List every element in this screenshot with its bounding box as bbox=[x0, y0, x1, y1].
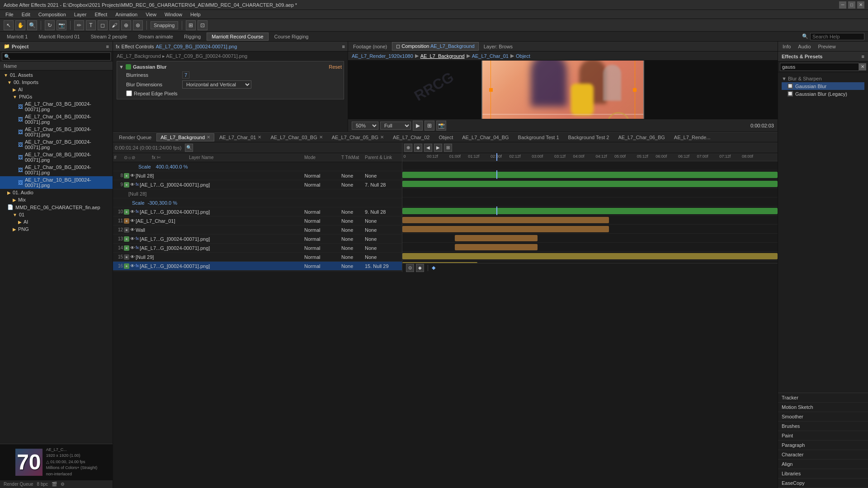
layer-9-eye-icon[interactable]: 👁 bbox=[130, 182, 135, 188]
effects-search-clear[interactable]: ✕ bbox=[859, 63, 866, 70]
zoom-select[interactable]: 50% 100% 25% bbox=[352, 122, 378, 130]
tl-tab-char04bg[interactable]: AE_L7_Char_04_BG bbox=[458, 133, 513, 141]
tree-item-imports[interactable]: ▼ 00. Imports bbox=[0, 79, 113, 86]
layer-12-eye-icon[interactable]: 👁 bbox=[130, 227, 135, 233]
tl-tab-char03bg[interactable]: AE_L7_Char_03_BG ✕ bbox=[266, 133, 326, 141]
quality-select[interactable]: Full Half Quarter bbox=[380, 122, 411, 130]
right-tab-preview[interactable]: Preview bbox=[816, 43, 839, 50]
tab-marriott-record01[interactable]: Marriott Record 01 bbox=[33, 33, 85, 41]
panel-item-tracker[interactable]: Tracker bbox=[778, 393, 868, 403]
tree-item-ai[interactable]: ▶ AI bbox=[0, 86, 113, 93]
preview-playback-btn[interactable]: ▶ bbox=[413, 121, 423, 131]
layer-row-15[interactable]: 15 ● 👁 [Null 29] Normal None None bbox=[113, 253, 402, 262]
tree-item-assets[interactable]: ▼ 01. Assets bbox=[0, 71, 113, 79]
tl-tab-char05bg-close[interactable]: ✕ bbox=[380, 135, 384, 140]
tl-tab-char06bg[interactable]: AE_L7_Char_06_BG bbox=[614, 133, 669, 141]
blur-dimensions-select[interactable]: Horizontal and Vertical Horizontal Verti… bbox=[182, 80, 251, 89]
effects-item-gaussian-blur[interactable]: 🔲 Gaussian Blur bbox=[782, 82, 864, 90]
handle-right[interactable] bbox=[633, 88, 637, 92]
tl-tab-bg-test1[interactable]: Background Test 1 bbox=[514, 133, 563, 141]
footage-tab[interactable]: Footage (none) bbox=[349, 42, 391, 51]
tl-bottom-btn1[interactable]: ⊙ bbox=[406, 264, 414, 272]
effects-search-input[interactable] bbox=[780, 63, 859, 71]
tree-item-ai2[interactable]: ▶ AI bbox=[0, 218, 113, 225]
blurriness-value[interactable]: 7 bbox=[182, 71, 189, 79]
tl-tab-render-queue[interactable]: Render Queue bbox=[115, 133, 156, 141]
effects-item-gaussian-blur-legacy[interactable]: 🔲 Gaussian Blur (Legacy) bbox=[782, 90, 864, 98]
panel-item-character[interactable]: Character bbox=[778, 450, 868, 460]
layer-16-eye-icon[interactable]: 👁 bbox=[130, 263, 135, 269]
toolbar-btn-extra1[interactable]: ⊞ bbox=[186, 20, 196, 30]
layer-row-17[interactable]: 17 ● 👁 [Null 29] Normal None None bbox=[113, 271, 402, 272]
tl-prev-keyframe[interactable]: ◀ bbox=[424, 144, 432, 152]
tree-item-01[interactable]: ▼ 01 bbox=[0, 211, 113, 218]
hand-tool[interactable]: ✋ bbox=[15, 20, 25, 30]
panel-item-libraries[interactable]: Libraries bbox=[778, 469, 868, 479]
breadcrumb-char01[interactable]: AE_L7_Char_01 bbox=[472, 53, 509, 59]
layer-11-eye-icon[interactable]: 👁 bbox=[130, 218, 135, 224]
panel-item-align[interactable]: Align bbox=[778, 460, 868, 469]
tab-stream-animate[interactable]: Stream animate bbox=[133, 33, 178, 41]
puppet-tool[interactable]: ⊛ bbox=[133, 20, 143, 30]
tree-item-png2[interactable]: ▶ PNG bbox=[0, 225, 113, 233]
tl-tab-bg-close[interactable]: ✕ bbox=[207, 135, 210, 140]
tl-tab-char01-close[interactable]: ✕ bbox=[258, 135, 261, 140]
effect-reset-button[interactable]: Reset bbox=[329, 64, 342, 70]
tl-tab-char01[interactable]: AE_L7_Char_01 ✕ bbox=[215, 133, 265, 141]
tl-toggle-btn[interactable]: ⊕ bbox=[404, 144, 412, 152]
tl-keyframe-btn[interactable]: ◆ bbox=[414, 144, 422, 152]
panel-item-motion-sketch[interactable]: Motion Sketch bbox=[778, 403, 868, 412]
repeat-edge-checkbox[interactable] bbox=[126, 90, 132, 96]
layer-13-eye-icon[interactable]: 👁 bbox=[130, 236, 135, 242]
close-button[interactable]: ✕ bbox=[857, 1, 864, 9]
tl-tab-bg-test2[interactable]: Background Test 2 bbox=[564, 133, 613, 141]
panel-item-paint[interactable]: Paint bbox=[778, 431, 868, 441]
project-search-input[interactable] bbox=[2, 52, 111, 61]
layer-row-10[interactable]: 10 ● 👁 fx [AE_L7...G_[00024-00071].png] … bbox=[113, 207, 402, 216]
preview-snapshot-btn[interactable]: 📸 bbox=[436, 121, 446, 131]
tl-tab-object[interactable]: Object bbox=[434, 133, 457, 141]
minimize-button[interactable]: ─ bbox=[839, 1, 846, 9]
menu-effect[interactable]: Effect bbox=[91, 11, 111, 18]
breadcrumb-object[interactable]: Object bbox=[516, 53, 530, 59]
tree-item-char08[interactable]: 🖼 AE_L7_Char_08_BG_[00024-00071].png bbox=[0, 151, 113, 164]
preview-frame-btn[interactable]: ⊞ bbox=[425, 121, 434, 131]
tree-item-pngs[interactable]: ▼ PNGs bbox=[0, 93, 113, 100]
layer-tab[interactable]: Layer: Brows bbox=[480, 42, 517, 51]
tree-item-char05[interactable]: 🖼 AE_L7_Char_05_BG_[00024-00071].png bbox=[0, 126, 113, 138]
handle-left[interactable] bbox=[489, 88, 493, 92]
layer-row-8[interactable]: 8 ● 👁 [Null 28] Normal None None bbox=[113, 171, 402, 180]
pen-tool[interactable]: ✏ bbox=[74, 20, 84, 30]
tab-marriott-record-course[interactable]: Marriott Record Course bbox=[207, 33, 268, 41]
snapping-toggle[interactable]: Snapping bbox=[151, 21, 178, 29]
tl-tab-l7render[interactable]: AE_L7_Rende... bbox=[670, 133, 715, 141]
layer-row-11[interactable]: 11 ● 👁 [AE_L7_Char_01] Normal None None bbox=[113, 216, 402, 225]
breadcrumb-bg[interactable]: AE_L7_Background bbox=[420, 53, 465, 59]
tab-stream2people[interactable]: Stream 2 people bbox=[86, 33, 132, 41]
text-tool[interactable]: T bbox=[86, 20, 96, 30]
menu-file[interactable]: File bbox=[2, 11, 17, 18]
menu-animation[interactable]: Animation bbox=[112, 11, 141, 18]
tree-item-char07[interactable]: 🖼 AE_L7_Char_07_BG_[00024-00071].png bbox=[0, 138, 113, 151]
tree-item-audio[interactable]: ▶ 01. Audio bbox=[0, 189, 113, 196]
tl-mode-btn[interactable]: ⊞ bbox=[444, 144, 452, 152]
maximize-button[interactable]: □ bbox=[848, 1, 855, 9]
layer-row-16[interactable]: 16 ● 👁 fx [AE_L7...G_[00024-00071].png] … bbox=[113, 262, 402, 271]
layer-row-13[interactable]: 13 ● 👁 fx [AE_L7...G_[00024-00071].png] … bbox=[113, 235, 402, 244]
tl-tab-char05bg[interactable]: AE_L7_Char_05_BG ✕ bbox=[328, 133, 388, 141]
rotate-tool[interactable]: ↻ bbox=[45, 20, 55, 30]
tab-marriott1[interactable]: Marriott 1 bbox=[2, 33, 33, 41]
panel-item-brushes[interactable]: Brushes bbox=[778, 422, 868, 431]
tl-tab-char03bg-close[interactable]: ✕ bbox=[319, 135, 323, 140]
layer-14-eye-icon[interactable]: 👁 bbox=[130, 245, 135, 251]
tl-tab-l7-background[interactable]: AE_L7_Background ✕ bbox=[156, 133, 214, 141]
camera-tool[interactable]: 📷 bbox=[57, 20, 66, 30]
menu-view[interactable]: View bbox=[142, 11, 160, 18]
tree-item-char04[interactable]: 🖼 AE_L7_Char_04_BG_[00024-00071].png bbox=[0, 113, 113, 126]
panel-item-easecopy[interactable]: EaseCopy bbox=[778, 479, 868, 488]
tl-search-btn[interactable]: 🔍 bbox=[185, 144, 193, 152]
panel-item-smoother[interactable]: Smoother bbox=[778, 412, 868, 422]
layer-10-eye-icon[interactable]: 👁 bbox=[130, 209, 135, 215]
tab-rigging[interactable]: Rigging bbox=[179, 33, 206, 41]
layer-15-eye-icon[interactable]: 👁 bbox=[130, 254, 135, 260]
